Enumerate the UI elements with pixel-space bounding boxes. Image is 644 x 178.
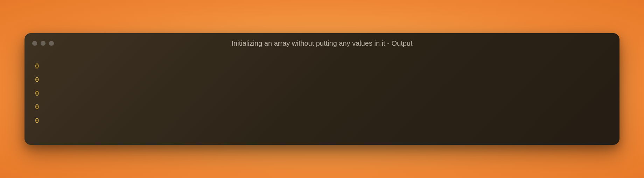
terminal-window: Initializing an array without putting an… xyxy=(24,33,620,145)
window-title: Initializing an array without putting an… xyxy=(32,39,612,47)
output-line: 0 xyxy=(35,63,609,69)
output-line: 0 xyxy=(35,117,609,124)
output-area: 0 0 0 0 0 xyxy=(24,51,620,131)
maximize-icon[interactable] xyxy=(49,41,54,46)
output-line: 0 xyxy=(35,90,609,97)
window-titlebar: Initializing an array without putting an… xyxy=(24,33,620,51)
minimize-icon[interactable] xyxy=(41,41,46,46)
output-line: 0 xyxy=(35,104,609,110)
traffic-lights xyxy=(32,41,54,46)
output-line: 0 xyxy=(35,76,609,83)
close-icon[interactable] xyxy=(32,41,37,46)
